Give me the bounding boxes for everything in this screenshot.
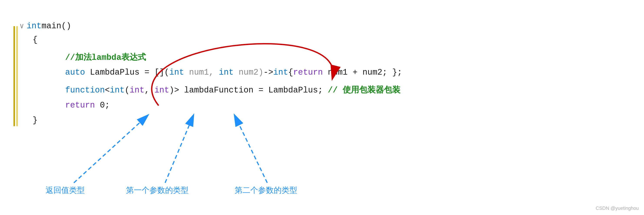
comment-jiafa: 加法: [75, 51, 92, 64]
keyword-function: function: [65, 84, 105, 97]
keyword-return: return: [65, 99, 95, 112]
code-block: ∨ int main() { // 加法 lambda 表达式 auto Lam…: [13, 18, 600, 127]
keyword-int-num2: int: [219, 66, 234, 79]
comment-slash: //: [65, 51, 75, 64]
comment-biaodashi: 表达式: [121, 51, 146, 64]
main-function-signature: main(): [42, 20, 71, 33]
watermark: CSDN @yuetinghou: [596, 205, 639, 211]
arrow-return: ->: [263, 66, 273, 79]
code-line-4: auto LambdaPlus = []( int num1, int num2…: [65, 66, 600, 79]
keyword-int-p2: int: [154, 84, 169, 97]
fold-icon[interactable]: ∨: [20, 21, 24, 32]
close-brace: }: [32, 114, 38, 127]
paren-open: (: [125, 84, 130, 97]
code-line-3: // 加法 lambda 表达式: [65, 51, 600, 64]
comment-slash-2: //: [328, 84, 343, 97]
code-line-5: function < int ( int , int )> lambdaFunc…: [65, 83, 600, 97]
keyword-int-rettype: int: [110, 84, 124, 97]
comment-lambda-word: lambda: [92, 51, 122, 64]
param-num1: num1,: [184, 66, 219, 79]
main-container: ∨ int main() { // 加法 lambda 表达式 auto Lam…: [0, 0, 644, 215]
keyword-int-p1: int: [130, 84, 144, 97]
keyword-int-main: int: [26, 20, 41, 33]
angle-open: <: [105, 84, 110, 97]
code-line-2: {: [32, 33, 600, 47]
return-value: 0;: [95, 99, 110, 112]
keyword-int-return-type: int: [273, 66, 288, 79]
annotation-param2-type: 第二个参数的类型: [235, 185, 297, 196]
lambdaplus-decl: LambdaPlus = [](: [85, 66, 169, 79]
code-line-6: return 0;: [65, 99, 600, 112]
open-brace: {: [32, 33, 38, 47]
keyword-return-lambda: return: [293, 66, 323, 79]
lambda-body-open: {: [288, 66, 293, 79]
param-num2: num2): [234, 66, 263, 79]
lambda-body-expr: num1 + num2; };: [323, 66, 402, 79]
keyword-int-num1: int: [169, 66, 184, 79]
annotation-return-type: 返回值类型: [46, 185, 85, 196]
code-line-1: ∨ int main(): [20, 20, 600, 33]
comma-sep: ,: [144, 84, 154, 97]
lambdafunction-assign: lambdaFunction = LambdaPlus;: [179, 84, 328, 97]
annotation-param1-type: 第一个参数的类型: [126, 185, 188, 196]
comment-wrapper: 使用包装器包装: [343, 83, 400, 96]
paren-close-angle: )>: [169, 84, 179, 97]
code-line-7: }: [32, 114, 600, 127]
keyword-auto: auto: [65, 66, 85, 79]
